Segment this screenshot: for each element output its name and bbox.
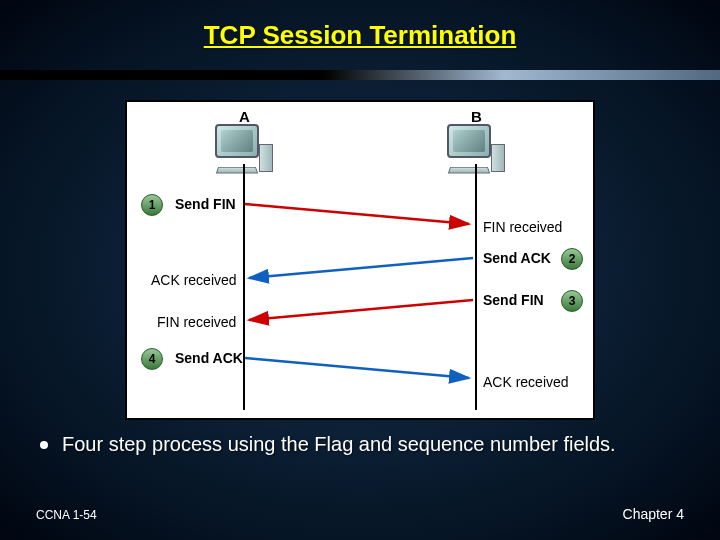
bullet-list: Four step process using the Flag and seq… [40,432,680,457]
label-send-fin-2: Send FIN [483,292,544,308]
footer-left: CCNA 1-54 [36,508,97,522]
arrow-ack-a-to-b [245,356,475,384]
bullet-item: Four step process using the Flag and seq… [40,432,680,457]
slide-title: TCP Session Termination [204,20,517,51]
label-ack-received-1: ACK received [151,272,237,288]
diagram-container: A B 1 Send FIN FIN received [0,80,720,420]
host-b-label: B [471,108,482,125]
svg-line-2 [249,300,473,320]
label-send-ack-2: Send ACK [175,350,243,366]
label-send-ack-1: Send ACK [483,250,551,266]
step-4-badge: 4 [141,348,163,370]
title-area: TCP Session Termination [0,0,720,70]
svg-line-1 [249,258,473,278]
computer-b-icon [447,124,501,172]
tcp-termination-diagram: A B 1 Send FIN FIN received [125,100,595,420]
bullet-text: Four step process using the Flag and seq… [62,432,616,457]
step-3-badge: 3 [561,290,583,312]
footer-right: Chapter 4 [623,506,684,522]
label-send-fin-1: Send FIN [175,196,236,212]
step-2-badge: 2 [561,248,583,270]
svg-line-3 [245,358,469,378]
arrow-fin-a-to-b [245,202,475,230]
step-1-badge: 1 [141,194,163,216]
separator-bar [0,70,720,80]
arrow-ack-b-to-a [245,256,475,284]
bullet-dot-icon [40,441,48,449]
computer-a-icon [215,124,269,172]
label-ack-received-2: ACK received [483,374,569,390]
label-fin-received-2: FIN received [157,314,236,330]
label-fin-received-1: FIN received [483,219,562,235]
timeline-b [475,164,477,410]
host-a-label: A [239,108,250,125]
svg-line-0 [245,204,469,224]
arrow-fin-b-to-a [245,298,475,326]
